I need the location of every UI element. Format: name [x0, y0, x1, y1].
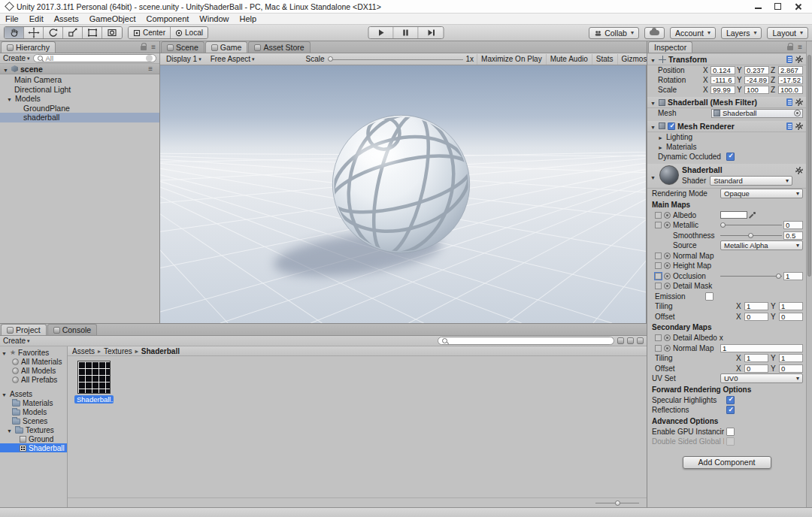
occlusion-slider[interactable] [720, 272, 782, 280]
texture-picker-icon[interactable] [664, 345, 671, 352]
foldout-icon[interactable] [650, 173, 656, 181]
hierarchy-item-shaderball[interactable]: shaderball [0, 113, 159, 122]
source-dropdown[interactable]: Metallic Alpha [720, 240, 803, 250]
favorite-all-models[interactable]: All Models [0, 366, 67, 375]
maximize-icon[interactable] [774, 3, 782, 11]
hierarchy-tab[interactable]: Hierarchy [1, 41, 56, 53]
gear-icon[interactable] [795, 167, 803, 174]
dynamic-occluded-checkbox[interactable] [726, 153, 735, 161]
texture-slot[interactable] [655, 334, 662, 341]
scale-slider[interactable] [328, 55, 463, 64]
texture-slot[interactable] [655, 273, 662, 280]
layers-dropdown[interactable]: Layers [721, 27, 762, 39]
secondary-normal-field[interactable]: 1 [720, 344, 803, 352]
step-button[interactable] [419, 27, 444, 38]
scale-y-field[interactable]: 100 [744, 86, 769, 94]
lighting-foldout-row[interactable]: Lighting [647, 132, 806, 142]
texture-slot[interactable] [655, 252, 662, 259]
gear-icon[interactable] [795, 98, 803, 106]
layout-dropdown[interactable]: Layout [767, 27, 808, 39]
hand-tool-button[interactable] [5, 27, 24, 38]
slider-thumb[interactable] [748, 233, 753, 238]
tab-asset-store[interactable]: Asset Store [248, 41, 310, 53]
favorites-filter-icon[interactable] [637, 337, 644, 344]
add-component-button[interactable]: Add Component [683, 456, 771, 469]
position-z-field[interactable]: 2.867 [778, 66, 803, 74]
collab-dropdown[interactable]: Collab [589, 27, 639, 39]
tiling-y-field[interactable]: 1 [779, 302, 803, 310]
breadcrumb-assets[interactable]: Assets [72, 347, 95, 355]
rendering-mode-dropdown[interactable]: Opaque [720, 189, 803, 198]
mesh-renderer-header[interactable]: Mesh Renderer [647, 121, 806, 132]
smoothness-field[interactable]: 0.5 [783, 231, 803, 240]
foldout-icon[interactable] [2, 349, 8, 357]
rotation-y-field[interactable]: -24.89 [744, 76, 769, 84]
folder-textures[interactable]: Textures [0, 425, 67, 434]
foldout-icon[interactable] [650, 122, 656, 131]
hierarchy-item-directional-light[interactable]: Directional Light [0, 85, 159, 95]
help-icon[interactable] [786, 56, 792, 63]
hierarchy-item-models[interactable]: Models [0, 94, 159, 104]
tiling-x-field[interactable]: 1 [744, 302, 768, 310]
game-viewport[interactable] [160, 65, 647, 323]
transform-tool-button[interactable] [102, 27, 122, 38]
slider-thumb[interactable] [776, 274, 781, 279]
foldout-icon[interactable] [7, 94, 13, 103]
mesh-object-field[interactable]: Shaderball [711, 109, 803, 118]
menu-help[interactable]: Help [234, 14, 262, 24]
texture-slot[interactable] [655, 345, 662, 352]
lock-icon[interactable] [141, 46, 147, 50]
foldout-icon[interactable] [658, 133, 664, 141]
scene-menu-icon[interactable] [148, 65, 153, 73]
thumbnail-zoom-slider[interactable] [595, 498, 639, 507]
pause-button[interactable] [394, 27, 419, 38]
occlusion-field[interactable]: 1 [783, 272, 803, 280]
object-picker-icon[interactable] [794, 110, 801, 116]
shader-dropdown[interactable]: Standard [710, 176, 792, 186]
minimize-icon[interactable] [755, 3, 762, 11]
foldout-icon[interactable] [2, 390, 8, 398]
texture-slot[interactable] [655, 212, 662, 219]
position-y-field[interactable]: 0.237 [744, 66, 769, 74]
material-header[interactable]: Shaderball ShaderStandard [647, 164, 806, 189]
folder-materials[interactable]: Materials [0, 398, 67, 407]
panel-menu-icon[interactable] [798, 44, 802, 51]
lock-icon[interactable] [787, 46, 793, 50]
scene-header-row[interactable]: scene [0, 64, 159, 74]
breadcrumb-textures[interactable]: Textures [95, 347, 132, 355]
search-by-type-icon[interactable] [617, 337, 624, 344]
texture-slot[interactable] [655, 262, 662, 269]
texture-picker-icon[interactable] [664, 252, 671, 259]
texture-picker-icon[interactable] [664, 273, 671, 280]
stats-button[interactable]: Stats [592, 54, 617, 65]
asset-ground[interactable]: Ground [0, 434, 67, 443]
uv-set-dropdown[interactable]: UV0 [720, 373, 803, 383]
scale-z-field[interactable]: 100.0 [778, 86, 803, 94]
specular-highlights-checkbox[interactable] [726, 396, 735, 404]
reflections-checkbox[interactable] [726, 406, 735, 414]
menu-file[interactable]: File [0, 14, 24, 24]
slider-thumb[interactable] [720, 222, 726, 228]
texture-picker-icon[interactable] [664, 283, 671, 289]
transform-header[interactable]: Transform [647, 54, 806, 65]
scrollbar-thumb[interactable] [807, 55, 811, 277]
rotation-z-field[interactable]: -17.52 [778, 76, 803, 84]
help-icon[interactable] [786, 98, 792, 106]
secondary-offset-y-field[interactable]: 0 [779, 364, 803, 373]
assets-root-folder[interactable]: Assets [0, 389, 67, 398]
move-tool-button[interactable] [24, 27, 44, 38]
texture-picker-icon[interactable] [664, 222, 671, 228]
offset-x-field[interactable]: 0 [744, 313, 768, 321]
secondary-offset-x-field[interactable]: 0 [744, 364, 768, 373]
offset-y-field[interactable]: 0 [779, 313, 803, 321]
metallic-field[interactable]: 0 [783, 221, 803, 229]
rect-tool-button[interactable] [83, 27, 102, 38]
favorite-all-materials[interactable]: All Materials [0, 357, 67, 366]
texture-picker-icon[interactable] [664, 212, 671, 219]
tab-console[interactable]: Console [47, 324, 98, 335]
rotation-x-field[interactable]: -111.6 [710, 76, 735, 84]
hierarchy-create-dropdown[interactable]: Create [3, 54, 30, 62]
scale-x-field[interactable]: 99.99 [710, 86, 735, 94]
favorite-all-prefabs[interactable]: All Prefabs [0, 375, 67, 384]
asset-shaderball[interactable]: Shaderball [0, 443, 67, 452]
